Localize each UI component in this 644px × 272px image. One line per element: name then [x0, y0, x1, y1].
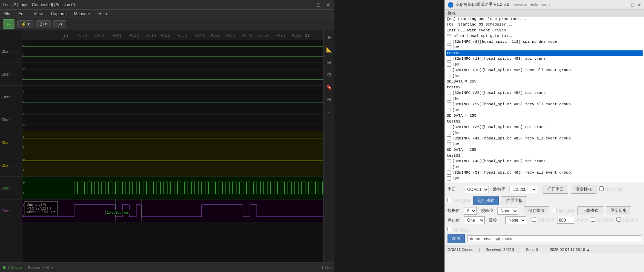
close-btn[interactable]: ✕: [325, 2, 332, 8]
auto-run-label: 自动换行: [552, 208, 575, 214]
waveform-channels: H L H L: [22, 40, 323, 262]
export-tool[interactable]: ⊟: [325, 70, 333, 79]
checkbits-select[interactable]: None: [497, 207, 518, 215]
maximize-btn[interactable]: □: [315, 2, 322, 8]
channel-name-1: Chan...: [1, 72, 21, 76]
menu-measure[interactable]: Measure: [72, 11, 92, 17]
save-receive-btn[interactable]: 保存接收: [524, 206, 549, 215]
baud-select[interactable]: 115200: [510, 186, 537, 193]
menu-edit[interactable]: Edit: [16, 11, 28, 17]
serial-line: test02: [446, 119, 643, 125]
duty-text: Duty: 0.01 %: [27, 203, 55, 206]
clear-receive-btn[interactable]: 清空接收: [571, 185, 596, 194]
format-input-label: 格式输入: [447, 227, 470, 233]
channel-label-4[interactable]: Chan...: [0, 131, 22, 154]
line-checkbox[interactable]: [447, 108, 451, 112]
send-input[interactable]: demo_hosal_spi_master: [467, 235, 641, 242]
filter-button[interactable]: ▽▾: [53, 20, 66, 28]
serial-maximize-btn[interactable]: □: [632, 2, 634, 8]
show-history-btn[interactable]: 显示历史: [606, 206, 631, 215]
line-checkbox[interactable]: [447, 131, 451, 135]
line-checkbox[interactable]: [447, 91, 451, 95]
timing-input[interactable]: 800: [557, 217, 574, 224]
line-checkbox[interactable]: [447, 40, 451, 44]
line-checkbox[interactable]: [447, 62, 451, 67]
auto-run-checkbox[interactable]: [552, 208, 556, 212]
line-checkbox[interactable]: [447, 159, 451, 163]
serial-minimize-btn[interactable]: ─: [625, 2, 629, 8]
line-checkbox[interactable]: [447, 136, 451, 140]
flowctrl-select[interactable]: None: [505, 216, 526, 224]
channel-label-2[interactable]: Chan...: [0, 86, 22, 108]
send-btn[interactable]: 发送: [447, 234, 465, 243]
measure-tool[interactable]: 📐: [325, 46, 333, 54]
minimize-btn[interactable]: ─: [305, 2, 312, 8]
list-tool[interactable]: ≡: [325, 108, 333, 116]
sample-button[interactable]: 2+▾: [36, 20, 51, 28]
channel-label-7[interactable]: Chan...: [0, 200, 22, 222]
ch5-waveform: [22, 154, 323, 176]
open-port-btn[interactable]: 打开串口: [543, 185, 568, 194]
serial-line: test02: [446, 153, 643, 159]
timing-send-checkbox[interactable]: [532, 217, 536, 222]
zoom-tool[interactable]: ⊕: [325, 33, 333, 41]
channel-label-3[interactable]: Chan...: [0, 108, 22, 131]
serial-close-btn[interactable]: ✕: [637, 2, 641, 8]
channel-label-6[interactable]: Chan...: [0, 177, 22, 200]
line-checkbox[interactable]: [447, 68, 451, 72]
newline-checkbox[interactable]: [591, 217, 595, 222]
databits-select[interactable]: 8: [464, 207, 477, 215]
line-checkbox[interactable]: [447, 102, 451, 106]
play-icon: ▶: [7, 21, 11, 27]
port-select[interactable]: COM11: [464, 186, 489, 193]
channel-label-1[interactable]: Chan...: [0, 63, 22, 86]
menu-capture[interactable]: Capture: [49, 11, 68, 17]
recv-time-label: 接收时间: [599, 186, 622, 193]
svg-text:+0.9 s: +0.9 s: [112, 33, 122, 37]
ch7-waveform: [22, 200, 323, 222]
run-mode-btn[interactable]: 运行模式: [473, 196, 499, 205]
line-checkbox[interactable]: [447, 57, 451, 61]
line-checkbox[interactable]: [447, 97, 451, 101]
line-checkbox[interactable]: [447, 165, 451, 169]
serial-line: [32mINFO (53)[hosal_spi.c: 495] recv all…: [446, 170, 643, 176]
channel-row-2: H L: [22, 86, 323, 108]
menu-help[interactable]: Help: [96, 11, 109, 17]
line-checkbox[interactable]: [447, 125, 451, 129]
ctrl-row-3: 停止位 One 流控 None 定时发送 800 ms/次 发送新行 HEX发送: [447, 216, 641, 233]
ch3-waveform: [22, 108, 323, 131]
download-mode-btn[interactable]: 下载模式: [577, 206, 603, 215]
expand-btn[interactable]: 扩展面板: [502, 196, 527, 205]
cursor-tool[interactable]: ⊞: [325, 58, 333, 66]
grid-tool[interactable]: ⊞: [325, 95, 333, 104]
line-checkbox[interactable]: [447, 45, 451, 49]
hex-display-checkbox[interactable]: [447, 198, 452, 202]
recv-time-checkbox[interactable]: [599, 186, 604, 191]
menu-file[interactable]: File: [1, 11, 12, 17]
play-button[interactable]: ▶: [3, 19, 14, 29]
menu-view[interactable]: View: [32, 11, 45, 17]
ch2-waveform: [22, 86, 323, 108]
stopbits-select[interactable]: One: [464, 216, 485, 224]
line-checkbox[interactable]: [447, 74, 451, 78]
serial-output[interactable]: [32mINFO (0)[bl_flash.c: 365] clkInvert …: [445, 17, 644, 183]
channel-label-5[interactable]: Chan...: [0, 154, 22, 177]
session-add[interactable]: +: [51, 265, 53, 270]
channel-name-5: Chan...: [1, 163, 21, 167]
line-checkbox[interactable]: [447, 171, 451, 175]
line-checkbox[interactable]: [447, 176, 451, 181]
serial-line: [32mINFO (8)[hosal_spi.c: 113] spi no dm…: [446, 39, 643, 45]
svg-text:+0.6 s: +0.6 s: [226, 33, 235, 37]
hex-send-checkbox[interactable]: [616, 217, 621, 222]
session-indicator[interactable]: Session 0 ✕ +: [28, 265, 53, 270]
channel-name-4: Chan...: [1, 140, 21, 145]
format-input-checkbox[interactable]: [447, 227, 452, 231]
device-indicator[interactable]: 1 Device: [3, 265, 22, 270]
bookmark-tool[interactable]: 🔖: [325, 83, 333, 91]
channel-name-3: Chan...: [1, 118, 21, 122]
logic-menubar: File Edit View Capture Measure Help: [0, 10, 334, 18]
session-close[interactable]: ✕: [46, 265, 49, 270]
channel-label-0[interactable]: Chan...: [0, 40, 22, 63]
line-checkbox[interactable]: [447, 142, 451, 146]
trigger-button[interactable]: ⚡▾: [17, 20, 33, 28]
